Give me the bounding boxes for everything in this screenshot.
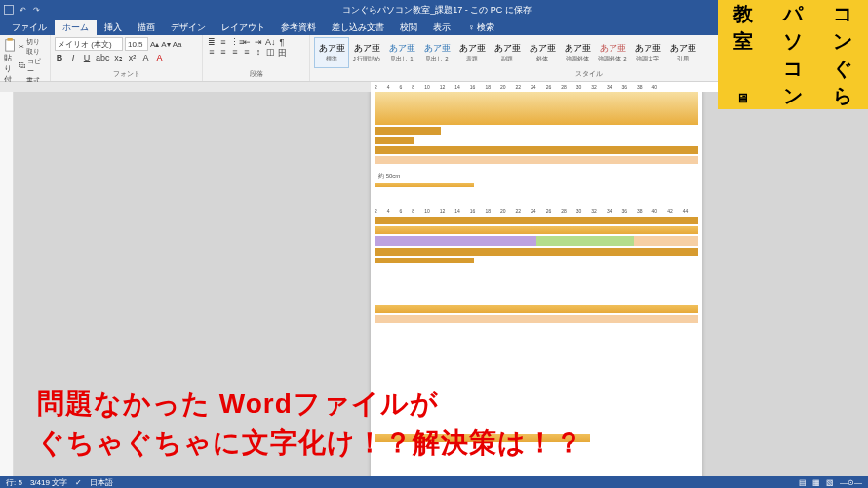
marks-icon[interactable]: ¶ <box>277 37 287 47</box>
underline-button[interactable]: U <box>82 53 92 62</box>
style-6[interactable]: あア亜斜体 <box>525 37 560 68</box>
brand-logo: 教パコ室ソンコぐ🖥ンら <box>718 0 868 109</box>
tab-insert[interactable]: 挿入 <box>97 20 130 35</box>
strike-icon[interactable]: abc <box>96 53 110 62</box>
style-9[interactable]: あア亜強調太字 <box>630 37 665 68</box>
font-name-combo[interactable]: メイリオ (本文) <box>55 37 123 51</box>
italic-button[interactable]: I <box>68 53 78 62</box>
tab-review[interactable]: 校閲 <box>392 20 425 35</box>
grow-font-icon[interactable]: A▴ <box>150 40 159 49</box>
sub-icon[interactable]: x₂ <box>114 53 124 62</box>
redo-icon[interactable]: ↷ <box>30 4 42 16</box>
style-1[interactable]: あア亜J 行間詰め <box>349 37 384 68</box>
align-right-icon[interactable]: ≡ <box>230 47 240 60</box>
doc-title: コンぐらパソコン教室_課題17 - この PC に保存 <box>45 4 829 17</box>
status-lang[interactable]: 日本語 <box>90 477 113 488</box>
shrink-font-icon[interactable]: A▾ <box>161 40 170 49</box>
tab-view[interactable]: 表示 <box>425 20 458 35</box>
style-2[interactable]: あア亜見出し 1 <box>384 37 419 68</box>
view-web-icon[interactable]: ▧ <box>826 478 834 487</box>
status-words[interactable]: 3/419 文字 <box>30 477 67 488</box>
zoom-slider[interactable]: —⊙— <box>840 478 862 487</box>
scissors-icon: ✂ <box>19 42 24 52</box>
tab-ref[interactable]: 参考資料 <box>273 20 324 35</box>
style-7[interactable]: あア亜強調斜体 <box>560 37 595 68</box>
borders-icon[interactable]: 田 <box>277 47 287 60</box>
style-8[interactable]: あア亜強調斜体 2 <box>595 37 630 68</box>
justify-icon[interactable]: ≡ <box>242 47 252 60</box>
style-5[interactable]: あア亜副題 <box>490 37 525 68</box>
numbering-icon[interactable]: ≡ <box>218 37 228 47</box>
style-4[interactable]: あア亜表題 <box>454 37 490 68</box>
multilist-icon[interactable]: ⋮≡ <box>230 37 240 47</box>
style-0[interactable]: あア亜標準 <box>314 37 349 68</box>
indent-dec-icon[interactable]: ⇤ <box>242 37 252 47</box>
svg-rect-1 <box>6 40 15 51</box>
svg-rect-2 <box>8 38 13 41</box>
align-center-icon[interactable]: ≡ <box>218 47 228 60</box>
highlight-icon[interactable]: A <box>141 53 151 62</box>
svg-rect-0 <box>5 6 14 15</box>
align-left-icon[interactable]: ≡ <box>207 47 217 60</box>
tab-design[interactable]: デザイン <box>163 20 214 35</box>
status-spell-icon[interactable]: ✓ <box>75 478 82 487</box>
linespace-icon[interactable]: ↕ <box>254 47 263 60</box>
sort-icon[interactable]: A↓ <box>265 37 275 47</box>
vertical-ruler[interactable] <box>0 92 14 478</box>
fontcolor-icon[interactable]: A <box>155 53 165 62</box>
style-10[interactable]: あア亜引用 <box>665 37 700 68</box>
group-clipboard: 貼り付け ✂切り取り ⿻コピー ✎書式のコピー/貼り付け クリップボード <box>0 35 51 81</box>
view-read-icon[interactable]: ▤ <box>799 478 807 487</box>
headline-overlay: 問題なかった Wordファイルが ぐちゃぐちゃに文字化け！？解決策は！？ <box>37 385 583 463</box>
change-case-icon[interactable]: Aa <box>173 40 182 49</box>
group-font: メイリオ (本文) 10.5 A▴ A▾ Aa B I U abc x₂ x² … <box>51 35 203 81</box>
status-page[interactable]: 行: 5 <box>6 477 22 488</box>
copy-icon: ⿻ <box>19 61 25 71</box>
tell-me[interactable]: ♀検索 <box>462 20 500 35</box>
status-bar: 行: 5 3/419 文字 ✓ 日本語 ▤ ▦ ▧ —⊙— <box>0 476 868 488</box>
monitor-icon: 🖥 <box>718 85 768 107</box>
bullets-icon[interactable]: ≣ <box>207 37 217 47</box>
shading-icon[interactable]: ◫ <box>265 47 275 60</box>
bulb-icon: ♀ <box>468 22 475 32</box>
copy-button[interactable]: ⿻コピー <box>19 57 46 76</box>
indent-inc-icon[interactable]: ⇥ <box>254 37 263 47</box>
view-print-icon[interactable]: ▦ <box>812 478 820 487</box>
cut-button[interactable]: ✂切り取り <box>19 37 46 57</box>
font-size-combo[interactable]: 10.5 <box>125 37 148 51</box>
save-icon[interactable] <box>3 4 15 16</box>
style-3[interactable]: あア亜見出し 2 <box>419 37 454 68</box>
tab-mail[interactable]: 差し込み文書 <box>324 20 392 35</box>
super-icon[interactable]: x² <box>128 53 138 62</box>
quick-access: ↶ ↷ <box>0 4 45 16</box>
bold-button[interactable]: B <box>55 53 64 62</box>
tab-home[interactable]: ホーム <box>55 20 97 35</box>
tab-draw[interactable]: 描画 <box>130 20 163 35</box>
tab-file[interactable]: ファイル <box>4 20 55 35</box>
tab-layout[interactable]: レイアウト <box>214 20 273 35</box>
indicator: 約 50cm <box>371 172 702 181</box>
group-paragraph: ≣ ≡ ⋮≡ ⇤ ⇥ A↓ ¶ ≡ ≡ ≡ ≡ ↕ ◫ 田 段落 <box>203 35 310 81</box>
undo-icon[interactable]: ↶ <box>17 4 28 16</box>
